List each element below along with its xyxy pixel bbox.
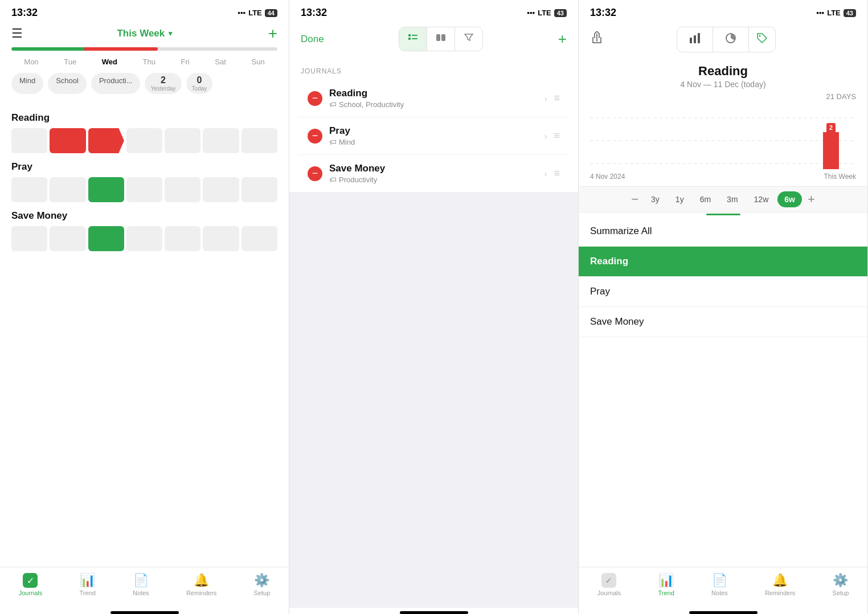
nav-notes-p3[interactable]: 📄 Notes <box>711 573 728 596</box>
habit-savemoney-tracker <box>11 226 277 251</box>
card-view-button[interactable] <box>427 27 455 51</box>
journal-tags-pray: 🏷 Mind <box>329 138 537 146</box>
tag-filter-button[interactable] <box>455 27 482 51</box>
bar-chart-button[interactable] <box>677 27 713 52</box>
habit-list-savemoney[interactable]: Save Money <box>579 307 867 337</box>
filter-6m[interactable]: 6m <box>693 191 718 207</box>
tracker-cell[interactable] <box>11 177 47 202</box>
remove-savemoney-button[interactable]: − <box>308 166 322 181</box>
nav-trend-p3[interactable]: 📊 Trend <box>658 573 674 596</box>
journal-tags-text-savemoney: Productivity <box>339 175 377 184</box>
bottom-nav-p3: ✓ Journals 📊 Trend 📄 Notes 🔔 Reminders ⚙… <box>579 567 867 608</box>
chart-svg <box>590 107 856 181</box>
tag-green-button[interactable] <box>749 27 775 52</box>
day-tue[interactable]: Tue <box>64 58 76 66</box>
filter-3m[interactable]: 3m <box>720 191 744 207</box>
nav-setup-label-p3: Setup <box>833 590 849 596</box>
tracker-cell[interactable] <box>11 226 47 251</box>
filter-3y[interactable]: 3y <box>644 191 666 207</box>
nav-journals[interactable]: ✓ Journals <box>19 573 43 596</box>
tracker-cell[interactable] <box>165 177 200 202</box>
journal-item-savemoney[interactable]: − Save Money 🏷 Productivity › ≡ <box>298 155 569 192</box>
remove-reading-button[interactable]: − <box>308 91 322 106</box>
pill-school[interactable]: School <box>48 73 87 94</box>
tracker-cell[interactable] <box>126 128 162 153</box>
journal-item-reading[interactable]: − Reading 🏷 School, Productivity › ≡ <box>298 80 569 117</box>
tracker-cell-green[interactable] <box>88 177 124 202</box>
tracker-cell[interactable] <box>203 128 239 153</box>
pill-productivity[interactable]: Producti... <box>91 73 141 94</box>
nav-notes-label-p3: Notes <box>711 590 728 596</box>
trend-habit-name: Reading <box>590 64 856 79</box>
tracker-cell[interactable] <box>203 226 239 251</box>
pill-mind[interactable]: Mind <box>11 73 43 94</box>
chart-start-date: 4 Nov 2024 <box>590 173 625 181</box>
tracker-cell[interactable] <box>241 128 277 153</box>
habit-reading-label[interactable]: Reading <box>11 112 277 124</box>
nav-setup[interactable]: ⚙️ Setup <box>254 573 271 596</box>
filter-12w[interactable]: 12w <box>747 191 776 207</box>
tracker-cell[interactable] <box>165 128 200 153</box>
nav-journals-p3[interactable]: ✓ Journals <box>597 573 621 596</box>
nav-trend-label: Trend <box>80 590 96 596</box>
nav-reminders[interactable]: 🔔 Reminders <box>186 573 216 596</box>
tracker-cell[interactable] <box>50 226 85 251</box>
tracker-cell[interactable] <box>126 226 162 251</box>
nav-reminders-p3[interactable]: 🔔 Reminders <box>765 573 795 596</box>
progress-fill <box>11 47 158 51</box>
add-habit-button[interactable]: + <box>268 24 277 43</box>
habit-pray-label[interactable]: Pray <box>11 161 277 173</box>
view-toolbar <box>399 27 483 51</box>
nav-notes[interactable]: 📄 Notes <box>133 573 149 596</box>
filter-6w[interactable]: 6w <box>777 191 802 207</box>
tracker-cell[interactable] <box>126 177 162 202</box>
period-selector[interactable]: This Week ▼ <box>117 28 174 39</box>
tracker-cell-arrow[interactable] <box>88 128 124 153</box>
day-sat[interactable]: Sat <box>215 58 226 66</box>
day-mon[interactable]: Mon <box>24 58 38 66</box>
menu-icon[interactable]: ☰ <box>11 26 23 41</box>
home-indicator-p2 <box>400 611 468 614</box>
chart-end-date: This Week <box>824 173 856 181</box>
day-fri[interactable]: Fri <box>181 58 190 66</box>
journal-item-pray[interactable]: − Pray 🏷 Mind › ≡ <box>298 117 569 155</box>
time-plus-button[interactable]: + <box>804 192 818 207</box>
habit-list-summarize[interactable]: Summarize All <box>579 216 867 247</box>
day-thu[interactable]: Thu <box>143 58 155 66</box>
journal-list: − Reading 🏷 School, Productivity › ≡ − P… <box>298 80 569 192</box>
share-button[interactable] <box>590 31 604 48</box>
done-button[interactable]: Done <box>301 34 324 45</box>
drag-handle-icon-pray[interactable]: ≡ <box>554 130 560 142</box>
day-sun[interactable]: Sun <box>251 58 264 66</box>
pill-today[interactable]: 0 Today <box>186 73 213 94</box>
nav-trend[interactable]: 📊 Trend <box>80 573 96 596</box>
list-view-button[interactable] <box>399 27 427 51</box>
drag-handle-icon[interactable]: ≡ <box>554 92 560 104</box>
add-journal-button[interactable]: + <box>558 30 567 48</box>
tracker-cell[interactable] <box>203 177 239 202</box>
status-icons-p2: ▪▪▪ LTE 43 <box>527 9 567 17</box>
time-minus-button[interactable]: − <box>628 192 642 207</box>
habit-savemoney-label[interactable]: Save Money <box>11 210 277 222</box>
filter-1y[interactable]: 1y <box>669 191 691 207</box>
day-wed[interactable]: Wed <box>102 58 117 66</box>
drag-handle-icon-savemoney[interactable]: ≡ <box>554 167 560 179</box>
lte-label-p2: LTE <box>538 9 551 17</box>
status-time-p2: 13:32 <box>301 7 327 19</box>
tracker-cell[interactable] <box>11 128 47 153</box>
tracker-cell[interactable] <box>165 226 200 251</box>
p3-header: + <box>579 22 867 59</box>
tracker-cell-green[interactable] <box>88 226 124 251</box>
tracker-cell[interactable] <box>241 226 277 251</box>
tracker-cell[interactable] <box>50 177 85 202</box>
tag-icon-reading: 🏷 <box>329 100 337 109</box>
habit-list-reading[interactable]: Reading <box>579 247 867 277</box>
nav-setup-p3[interactable]: ⚙️ Setup <box>833 573 849 596</box>
pie-chart-button[interactable] <box>713 27 749 52</box>
habit-list-pray[interactable]: Pray <box>579 277 867 307</box>
pill-yesterday[interactable]: 2 Yesterday <box>145 73 181 94</box>
trend-icon: 📊 <box>80 573 95 588</box>
tracker-cell[interactable] <box>50 128 85 153</box>
remove-pray-button[interactable]: − <box>308 129 322 144</box>
tracker-cell[interactable] <box>241 177 277 202</box>
